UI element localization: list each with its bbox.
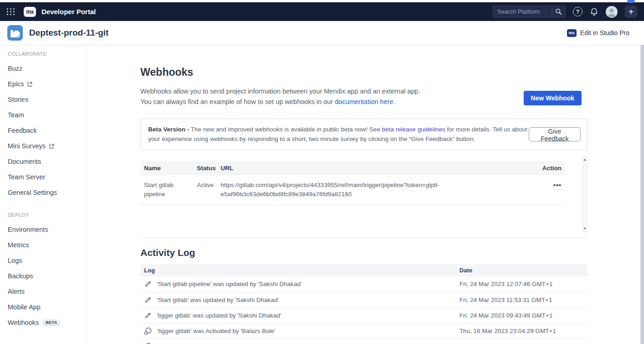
edit-in-studio-pro-label: Edit in Studio Pro [580, 29, 629, 36]
page-title: Webhooks [140, 66, 587, 78]
activity-log-row: 'Start gitlab pipeline' was updated by '… [140, 276, 587, 292]
webhooks-intro-section: Webhooks Webhooks allow you to send proj… [140, 45, 587, 107]
col-action: Action [529, 161, 565, 175]
webhook-row: Start gitlab pipeline Active https://git… [140, 175, 565, 205]
beta-banner-text: Beta Version - The new and improved webh… [148, 125, 529, 144]
app-header: mx Deptest-prod-11-git mx Edit in Studio… [0, 21, 644, 45]
webhooks-table-header: Name Status URL Action [140, 161, 565, 175]
search-input[interactable] [496, 8, 550, 16]
sidebar-item[interactable]: Documents [8, 154, 86, 169]
sidebar-item-label: Team [8, 111, 24, 119]
webhooks-table-section: Name Status URL Action Start gitlab pipe… [140, 161, 587, 233]
sidebar-item[interactable]: General Settings [8, 185, 86, 200]
scroll-up-arrow-icon[interactable] [583, 159, 586, 161]
pencil-edit-icon [144, 312, 152, 319]
studio-pro-icon: mx [567, 29, 577, 37]
user-avatar[interactable] [606, 6, 618, 18]
sidebar-item[interactable]: Buzz [8, 61, 86, 76]
search-icon[interactable] [555, 8, 562, 15]
sidebar-item-label: Logs [8, 257, 22, 264]
sidebar-nav: COLLABORATE Buzz Epics Stories Team [0, 45, 87, 344]
sidebar-item[interactable]: Backups [8, 268, 86, 284]
sidebar-section-deploy: DEPLOY [8, 208, 86, 222]
svg-text:mx: mx [17, 35, 21, 37]
pencil-edit-icon [144, 280, 152, 288]
webhook-status-icon [144, 327, 152, 335]
sidebar-item-label: Metrics [8, 241, 29, 249]
pencil-edit-icon [144, 296, 152, 304]
sidebar-item[interactable]: Team Server [8, 169, 86, 185]
sidebar-item[interactable]: Epics [8, 76, 86, 92]
sidebar-section-collaborate: COLLABORATE [8, 47, 86, 61]
col-name: Name [140, 161, 193, 175]
documentation-link[interactable]: documentation here. [335, 98, 395, 105]
webhook-status: Active [193, 175, 217, 205]
mendix-logo[interactable]: mx [24, 7, 36, 17]
activity-date: Thu, 16 Mar 2023 23:04:29 GMT+1 [456, 323, 587, 339]
edit-in-studio-pro-link[interactable]: mx Edit in Studio Pro [567, 29, 629, 37]
apps-grid-icon[interactable] [7, 8, 15, 15]
activity-date: Thu, 16 Mar 2023 22:57:34 GMT+1 [456, 339, 587, 344]
activity-log-row: 'tigger gitlab' was Deactivated by 'Bala… [140, 339, 587, 344]
app-name-title: Deptest-prod-11-git [29, 28, 108, 38]
activity-date: Fri, 24 Mar 2023 09:43:49 GMT+1 [456, 308, 587, 323]
sidebar-item-label: Alerts [8, 288, 25, 295]
create-new-button[interactable]: + [625, 5, 637, 18]
activity-text: 'tigger gitlab' was updated by 'Sakshi D… [157, 312, 281, 319]
sidebar-item[interactable]: Feedback [8, 123, 86, 138]
give-feedback-button[interactable]: Give Feedback [529, 127, 581, 141]
sidebar-item[interactable]: Logs [8, 253, 86, 268]
col-url: URL [217, 161, 529, 175]
sidebar-item-label: Stories [8, 96, 28, 103]
table-scrollbar[interactable] [582, 156, 588, 232]
activity-text: 'Start gitlab pipeline' was updated by '… [157, 281, 302, 287]
new-webhook-button[interactable]: New Webhook [524, 91, 582, 105]
external-link-icon [49, 143, 55, 149]
activity-text: 'Start gitlab' was updated by 'Sakshi Dh… [157, 297, 279, 303]
sidebar-item[interactable]: Stories [8, 92, 86, 107]
webhooks-table: Name Status URL Action Start gitlab pipe… [140, 161, 565, 205]
page-scrollbar[interactable] [640, 45, 644, 344]
sidebar-item[interactable]: Alerts [8, 284, 86, 299]
top-navbar: mx Developer Portal ? + [0, 2, 644, 21]
search-box[interactable] [493, 5, 566, 18]
activity-date: Fri, 24 Mar 2023 11:53:31 GMT+1 [456, 292, 587, 308]
intro-line1: Webhooks allow you to send project infor… [140, 88, 420, 95]
sidebar-item[interactable]: Environments [8, 222, 86, 237]
help-icon[interactable]: ? [573, 7, 582, 16]
beta-banner-title: Beta Version - [148, 126, 189, 133]
activity-date: Fri, 24 Mar 2023 12:07:46 GMT+1 [456, 276, 587, 292]
sidebar-item-label: Mobile App [8, 303, 41, 311]
col-log: Log [140, 264, 456, 276]
scroll-down-arrow-icon[interactable] [583, 228, 586, 229]
main-content: Webhooks Webhooks allow you to send proj… [87, 45, 640, 344]
beta-badge: BETA [42, 319, 60, 326]
sidebar-item[interactable]: Mobile App [8, 299, 86, 315]
sidebar-item-label: Documents [8, 158, 41, 165]
app-logo: mx [7, 25, 23, 41]
activity-log-row: 'Start gitlab' was updated by 'Sakshi Dh… [140, 292, 587, 308]
beta-version-banner: Beta Version - The new and improved webh… [140, 119, 587, 150]
ellipsis-menu-icon[interactable]: ••• [553, 182, 562, 189]
col-status: Status [193, 161, 217, 175]
intro-line2: You can always find an example of how to… [140, 98, 335, 105]
webhook-name: Start gitlab pipeline [140, 175, 193, 205]
sidebar-item-label: Environments [8, 226, 48, 233]
activity-log-table: Log Date 'Start gitlab pipeline' was upd… [140, 264, 587, 344]
beta-release-guidelines-link[interactable]: beta release guidelines [382, 126, 445, 133]
sidebar-item-label: General Settings [8, 189, 57, 196]
section-divider [140, 238, 587, 239]
sidebar-item-label: Mini Surveys [8, 142, 46, 150]
activity-log-header: Log Date [140, 264, 587, 276]
activity-log-row: 'tigger gitlab' was updated by 'Sakshi D… [140, 308, 587, 323]
sidebar-item-label: Backups [8, 272, 33, 280]
webhook-status-icon [144, 342, 152, 344]
notifications-bell-icon[interactable] [590, 7, 598, 16]
sidebar-item-label: Epics [8, 80, 24, 88]
activity-log-title: Activity Log [140, 247, 587, 258]
sidebar-item-label: Feedback [8, 127, 37, 134]
sidebar-item[interactable]: Webhooks BETA [8, 315, 86, 330]
sidebar-item[interactable]: Team [8, 107, 86, 123]
sidebar-item[interactable]: Metrics [8, 237, 86, 253]
sidebar-item[interactable]: Mini Surveys [8, 138, 86, 154]
